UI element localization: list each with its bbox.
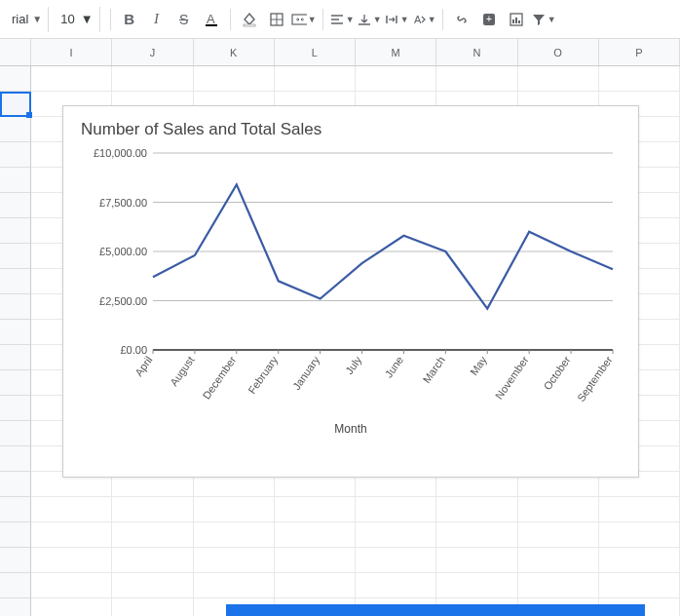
grid-cell[interactable] [194,522,275,548]
svg-text:March: March [421,354,447,385]
row-header[interactable] [0,370,31,396]
grid-cell[interactable] [31,66,112,92]
row-header[interactable] [0,218,31,244]
grid-cell[interactable] [518,548,599,573]
row-header[interactable] [0,548,31,573]
row-header[interactable] [0,193,31,218]
row-header[interactable] [0,345,31,370]
chevron-down-icon: ▼ [373,15,382,24]
horizontal-align-button[interactable]: ▼ [329,7,355,32]
row-header[interactable] [0,244,31,269]
grid-cell[interactable] [518,522,599,548]
grid-cell[interactable] [31,497,112,522]
grid-cell[interactable] [275,573,356,598]
column-header[interactable]: L [275,39,356,65]
row-header[interactable] [0,421,31,446]
grid-cell[interactable] [436,497,517,522]
row-header[interactable] [0,66,31,92]
column-header[interactable]: I [31,39,112,65]
bold-button[interactable]: B [117,7,142,32]
grid-cell[interactable] [112,497,193,522]
grid-cell[interactable] [356,522,436,548]
grid-cell[interactable] [436,548,517,573]
vertical-align-button[interactable]: ▼ [357,7,382,32]
row-header[interactable] [0,396,31,421]
grid-cell[interactable] [194,497,275,522]
grid-cell[interactable] [275,66,356,92]
spreadsheet-grid[interactable]: Number of Sales and Total Sales £0.00£2,… [0,66,680,616]
column-header[interactable]: O [518,39,599,65]
grid-cell[interactable] [436,66,517,92]
font-size-select[interactable]: 10 ▼ [55,7,99,32]
italic-button[interactable]: I [144,7,170,32]
grid-cell[interactable] [275,522,356,548]
row-header[interactable] [0,573,31,598]
row-header[interactable] [0,472,31,497]
grid-cell[interactable] [112,522,193,548]
grid-cell[interactable] [112,598,193,616]
grid-cell[interactable] [31,522,112,548]
row-header[interactable] [0,598,31,616]
row-header[interactable] [0,117,31,142]
row-header[interactable] [0,497,31,522]
row-header[interactable] [0,168,31,193]
grid-cell[interactable] [518,573,599,598]
grid-cell[interactable] [112,573,193,598]
borders-button[interactable] [264,7,289,32]
grid-cell[interactable] [275,548,356,573]
grid-cell[interactable] [599,573,680,598]
grid-cell[interactable] [436,573,517,598]
text-rotation-button[interactable]: A ▼ [411,7,436,32]
grid-cell[interactable] [356,573,436,598]
row-header[interactable] [0,269,31,294]
grid-cell[interactable] [356,548,436,573]
row-header[interactable] [0,92,31,117]
strikethrough-button[interactable]: S [171,7,197,32]
grid-cell[interactable] [518,66,599,92]
grid-cell[interactable] [436,522,517,548]
column-header[interactable]: J [112,39,193,65]
svg-rect-18 [515,18,517,23]
grid-cell[interactable] [275,497,356,522]
grid-cell[interactable] [194,548,275,573]
grid-cell[interactable] [31,598,112,616]
chart-container[interactable]: Number of Sales and Total Sales £0.00£2,… [62,105,639,478]
insert-chart-button[interactable] [504,7,529,32]
column-header[interactable]: N [436,39,517,65]
column-header[interactable]: P [599,39,680,65]
grid-cell[interactable] [599,522,680,548]
grid-cell[interactable] [194,66,275,92]
row-header[interactable] [0,522,31,548]
text-wrap-button[interactable]: ▼ [384,7,409,32]
text-color-button[interactable]: A [199,7,224,32]
grid-cell[interactable] [356,66,436,92]
grid-cell[interactable] [599,497,680,522]
chevron-down-icon: ▼ [32,14,42,24]
svg-text:£2,500.00: £2,500.00 [99,295,147,307]
chevron-down-icon: ▼ [81,12,94,26]
insert-comment-button[interactable]: + [476,7,502,32]
row-header[interactable] [0,142,31,168]
row-header[interactable] [0,294,31,320]
grid-cell[interactable] [31,573,112,598]
select-all-corner[interactable] [0,39,31,65]
grid-cell[interactable] [112,548,193,573]
grid-cell[interactable] [518,497,599,522]
svg-rect-19 [518,20,520,23]
insert-link-button[interactable] [449,7,474,32]
filter-button[interactable]: ▼ [531,7,556,32]
column-header[interactable]: M [356,39,436,65]
row-header[interactable] [0,446,31,472]
merge-cells-button[interactable]: ▼ [291,7,317,32]
fill-color-button[interactable] [237,7,262,32]
grid-cell[interactable] [112,66,193,92]
grid-cell[interactable] [31,548,112,573]
grid-cell[interactable] [194,573,275,598]
column-header[interactable]: K [194,39,275,65]
grid-cell[interactable] [356,497,436,522]
grid-cell[interactable] [599,548,680,573]
row-header[interactable] [0,320,31,345]
grid-cell[interactable] [599,66,680,92]
font-family-select[interactable]: rial ▼ [6,7,49,32]
separator [322,9,323,30]
